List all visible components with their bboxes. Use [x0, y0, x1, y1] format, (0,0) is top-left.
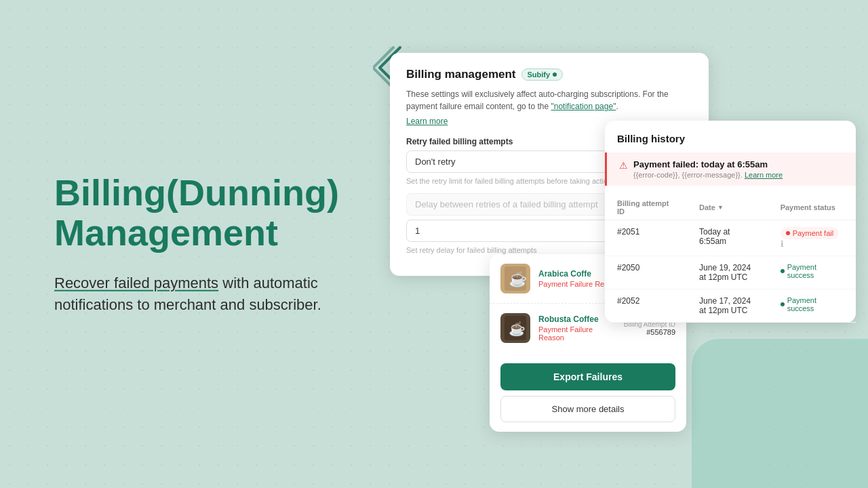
svg-text:☕: ☕ [509, 270, 526, 288]
status-2052: Payment success [768, 289, 856, 323]
date-2052: June 17, 2024 at 12pm UTC [687, 289, 768, 323]
dot-red [786, 231, 790, 235]
table-row: #2052 June 17, 2024 at 12pm UTC Payment … [605, 289, 856, 323]
attempt-id-2051: #2051 [605, 220, 687, 256]
fail-badge: Payment fail [781, 227, 840, 239]
alert-learn-more[interactable]: Learn more [745, 171, 783, 179]
success-badge-2: Payment success [781, 296, 844, 312]
col-header-status: Payment status [768, 195, 856, 220]
billing-history-table: Billing attempt ID Date ▼ Payment status… [605, 195, 856, 323]
date-2050: June 19, 2024 at 12pm UTC [687, 256, 768, 289]
table-row: #2050 June 19, 2024 at 12pm UTC Payment … [605, 256, 856, 289]
robusta-reason: Payment Failure Reason [538, 325, 616, 342]
main-title: Billing(Dunning) Management [54, 173, 346, 253]
status-2051: Payment fail ℹ [768, 220, 856, 256]
hero-section: Billing(Dunning) Management Recover fail… [54, 173, 346, 316]
payment-failed-info: Payment failed: today at 6:55am {{error-… [633, 159, 783, 179]
notification-page-link[interactable]: "notification page" [551, 102, 616, 111]
success-badge: Payment success [781, 263, 844, 279]
payment-failed-banner: ⚠ Payment failed: today at 6:55am {{erro… [605, 152, 856, 186]
show-more-button[interactable]: Show more details [500, 396, 675, 422]
deco-rect [692, 339, 868, 488]
sort-icon: ▼ [717, 204, 724, 211]
subify-badge: Subify [521, 68, 564, 81]
subtitle: Recover failed payments with automatic n… [54, 272, 346, 316]
payment-failed-sub: {{error-code}}, {{error-message}}. Learn… [633, 171, 783, 179]
card-title: Billing management [406, 68, 516, 81]
col-header-date: Date ▼ [687, 195, 768, 220]
date-2051: Today at 6:55am [687, 220, 768, 256]
robusta-thumbnail: ☕ [500, 313, 530, 343]
export-failures-button[interactable]: Export Failures [500, 363, 675, 390]
payment-failed-message: Payment failed: today at 6:55am [633, 159, 783, 169]
date-sort[interactable]: Date ▼ [699, 203, 724, 211]
status-2050: Payment success [768, 256, 856, 289]
col-header-id: Billing attempt ID [605, 195, 687, 220]
table-row: #2051 Today at 6:55am Payment fail ℹ [605, 220, 856, 256]
robusta-info: Robusta Coffee Payment Failure Reason [538, 314, 616, 342]
subify-dot [553, 73, 557, 77]
card-header: Billing management Subify [406, 68, 692, 81]
attempt-id-2052: #2052 [605, 289, 687, 323]
history-title: Billing history [605, 133, 856, 152]
card-description: These settings will exclusively affect a… [406, 88, 692, 113]
dot-green [781, 269, 785, 273]
attempt-id-2050: #2050 [605, 256, 687, 289]
billing-history-card: Billing history ⚠ Payment failed: today … [605, 121, 856, 323]
info-icon[interactable]: ℹ [781, 239, 784, 249]
svg-text:☕: ☕ [509, 321, 526, 337]
dot-green-2 [781, 302, 785, 306]
robusta-name: Robusta Coffee [538, 314, 616, 324]
alert-icon: ⚠ [619, 160, 628, 171]
arabica-thumbnail: ☕ [500, 264, 530, 293]
